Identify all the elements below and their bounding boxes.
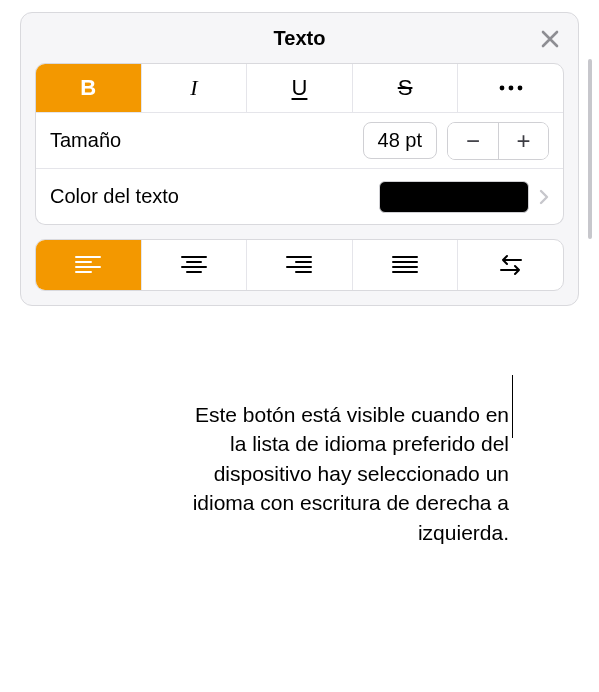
size-value-field[interactable]: 48 pt: [363, 122, 437, 159]
size-label: Tamaño: [50, 129, 363, 152]
svg-point-0: [499, 86, 504, 91]
more-formatting-button[interactable]: [457, 64, 563, 112]
italic-icon: I: [190, 75, 197, 101]
align-left-button[interactable]: [36, 240, 141, 290]
text-direction-button[interactable]: [457, 240, 563, 290]
align-left-icon: [75, 255, 101, 275]
bold-button[interactable]: B: [36, 64, 141, 112]
callout-leader-line: [512, 375, 513, 438]
panel-title: Texto: [274, 27, 326, 50]
text-direction-icon: [497, 254, 525, 276]
size-increase-button[interactable]: +: [498, 123, 548, 159]
bold-icon: B: [80, 75, 96, 101]
svg-point-1: [508, 86, 513, 91]
close-icon: [540, 29, 560, 49]
alignment-segmented: [35, 239, 564, 291]
align-right-icon: [286, 255, 312, 275]
align-center-icon: [181, 255, 207, 275]
align-justify-icon: [392, 255, 418, 275]
close-button[interactable]: [536, 25, 564, 53]
text-color-row[interactable]: Color del texto: [36, 168, 563, 224]
panel-header: Texto: [21, 13, 578, 63]
size-row: Tamaño 48 pt − +: [36, 112, 563, 168]
text-color-swatch: [379, 181, 529, 213]
text-style-segmented: B I U S: [35, 63, 564, 113]
italic-button[interactable]: I: [141, 64, 247, 112]
align-center-button[interactable]: [141, 240, 247, 290]
align-justify-button[interactable]: [352, 240, 458, 290]
text-color-label: Color del texto: [50, 185, 379, 208]
text-format-panel: Texto B I U S Tamaño 48 pt: [20, 12, 579, 306]
scroll-indicator[interactable]: [588, 59, 592, 239]
strikethrough-icon: S: [398, 75, 413, 101]
size-decrease-button[interactable]: −: [448, 123, 498, 159]
ellipsis-icon: [498, 84, 524, 92]
underline-icon: U: [292, 75, 308, 101]
size-stepper: − +: [447, 122, 549, 160]
strikethrough-button[interactable]: S: [352, 64, 458, 112]
text-options-list: Tamaño 48 pt − + Color del texto: [35, 112, 564, 225]
callout-text: Este botón está visible cuando en la lis…: [179, 400, 509, 547]
underline-button[interactable]: U: [246, 64, 352, 112]
align-right-button[interactable]: [246, 240, 352, 290]
chevron-right-icon: [539, 189, 549, 205]
svg-point-2: [517, 86, 522, 91]
